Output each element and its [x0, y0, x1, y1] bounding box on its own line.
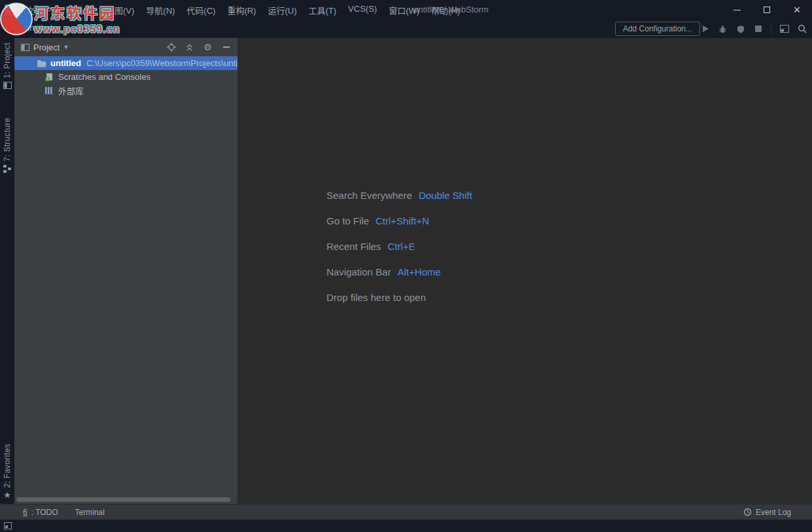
- project-panel-title[interactable]: Project: [33, 43, 60, 52]
- project-panel-header: Project ▼: [14, 38, 238, 56]
- tree-item-label: Scratches and Consoles: [58, 72, 150, 82]
- run-with-coverage-button[interactable]: [735, 22, 745, 35]
- window-controls: ×: [722, 0, 812, 20]
- hint-label: Search Everywhere: [327, 190, 412, 201]
- locate-file-button[interactable]: [166, 41, 176, 54]
- minus-icon: [223, 46, 230, 48]
- debug-button[interactable]: [718, 22, 728, 35]
- bug-icon: [718, 25, 727, 33]
- menu-edit[interactable]: 编辑(E): [60, 1, 100, 19]
- settings-button[interactable]: ⚙: [203, 41, 213, 54]
- hint-go-to-file: Go to File Ctrl+Shift+N: [327, 208, 472, 234]
- hint-shortcut: Ctrl+Shift+N: [376, 215, 429, 226]
- collapse-all-button[interactable]: [185, 41, 194, 54]
- webstorm-logo-icon: WS: [5, 5, 16, 16]
- run-button[interactable]: [700, 22, 710, 35]
- minimize-button[interactable]: [722, 0, 752, 20]
- menu-refactor[interactable]: 重构(R): [221, 1, 262, 19]
- library-icon: [44, 86, 54, 96]
- stripe-structure-button[interactable]: 7: Structure: [3, 113, 12, 177]
- stop-button[interactable]: [753, 22, 763, 35]
- hint-shortcut: Double Shift: [419, 190, 472, 201]
- project-panel-icon: [21, 44, 29, 51]
- tree-row-untitled[interactable]: untitled C:\Users\pc0359\WebstormProject…: [14, 56, 238, 70]
- horizontal-scrollbar[interactable]: [16, 497, 230, 502]
- window-title: untitled - WebStorm: [414, 0, 489, 20]
- crosshair-icon: [167, 43, 176, 52]
- maximize-icon: [764, 7, 770, 13]
- left-tool-stripe: 1: Project 7: Structure 2: Favorites ★: [0, 38, 14, 504]
- hint-recent-files: Recent Files Ctrl+E: [327, 234, 472, 259]
- project-toolwindow-icon: [3, 82, 12, 89]
- menu-tools[interactable]: 工具(T): [302, 1, 342, 19]
- stop-icon: [755, 26, 762, 32]
- todo-label: : TODO: [31, 508, 58, 517]
- tree-row-external-libraries[interactable]: 外部库: [14, 84, 238, 98]
- hide-panel-button[interactable]: [221, 41, 231, 54]
- toolwindow-layout-button[interactable]: [779, 22, 789, 35]
- menu-view[interactable]: 视图(V): [100, 1, 140, 19]
- status-bar: [0, 520, 812, 532]
- scratches-icon: [44, 72, 54, 82]
- hint-label: Drop files here to open: [327, 292, 426, 303]
- terminal-label: Terminal: [75, 508, 105, 517]
- hint-search-everywhere: Search Everywhere Double Shift: [327, 183, 472, 208]
- project-tree: untitled C:\Users\pc0359\WebstormProject…: [14, 56, 238, 98]
- menu-bar: 文件(F) 编辑(E) 视图(V) 导航(N) 代码(C) 重构(R) 运行(U…: [20, 1, 466, 19]
- todo-toolwindow-button[interactable]: 6: TODO: [14, 505, 67, 520]
- search-icon: [798, 24, 807, 33]
- event-log-button[interactable]: Event Log: [743, 505, 812, 520]
- webstorm-window: WS 文件(F) 编辑(E) 视图(V) 导航(N) 代码(C) 重构(R) 运…: [0, 0, 812, 532]
- stripe-favorites-label: 2: Favorites: [3, 444, 12, 488]
- event-log-label: Event Log: [756, 508, 791, 517]
- breadcrumb[interactable]: untitled: [25, 20, 52, 37]
- hint-shortcut: Alt+Home: [397, 266, 440, 277]
- star-icon: ★: [3, 491, 11, 499]
- tree-row-scratches[interactable]: Scratches and Consoles: [14, 70, 238, 84]
- stripe-project-button[interactable]: 1: Project: [3, 38, 12, 94]
- tree-item-label: untitled: [50, 58, 81, 68]
- toolbar-separator: [771, 24, 771, 34]
- hint-label: Recent Files: [327, 241, 381, 252]
- project-panel: Project ▼: [14, 38, 238, 504]
- tree-item-path: C:\Users\pc0359\WebstormProjects\untitle: [86, 58, 238, 68]
- editor-empty-hints: Search Everywhere Double Shift Go to Fil…: [327, 183, 472, 310]
- stripe-structure-label: 7: Structure: [3, 118, 12, 162]
- toolwindow-switcher-icon[interactable]: [4, 522, 12, 529]
- maximize-button[interactable]: [752, 0, 782, 20]
- structure-icon: [3, 165, 11, 173]
- folder-icon: [36, 58, 46, 69]
- terminal-toolwindow-button[interactable]: Terminal: [67, 505, 113, 520]
- gear-icon: ⚙: [203, 43, 212, 52]
- menu-run[interactable]: 运行(U): [262, 1, 302, 19]
- run-toolbar: [700, 20, 807, 38]
- menu-vcs[interactable]: VCS(S): [342, 1, 383, 19]
- hint-label: Go to File: [327, 215, 369, 226]
- hint-shortcut: Ctrl+E: [387, 241, 415, 252]
- bottom-toolwindow-bar: 6: TODO Terminal Event Log: [0, 504, 812, 520]
- close-icon: ×: [794, 4, 801, 16]
- stripe-project-label: 1: Project: [3, 43, 12, 79]
- menu-code[interactable]: 代码(C): [181, 1, 221, 19]
- coverage-shield-icon: [737, 25, 745, 33]
- event-log-icon: [743, 508, 752, 516]
- panel-header-actions: ⚙: [166, 41, 231, 54]
- menu-file[interactable]: 文件(F): [20, 1, 60, 19]
- play-icon: [701, 25, 709, 33]
- stripe-favorites-button[interactable]: 2: Favorites ★: [3, 439, 12, 505]
- chevron-down-icon[interactable]: ▼: [63, 44, 69, 50]
- titlebar: WS 文件(F) 编辑(E) 视图(V) 导航(N) 代码(C) 重构(R) 运…: [0, 0, 812, 20]
- add-configuration-button[interactable]: Add Configuration...: [615, 22, 700, 36]
- hint-label: Navigation Bar: [327, 266, 391, 277]
- hint-drop-files: Drop files here to open: [327, 285, 472, 310]
- collapse-all-icon: [185, 43, 194, 52]
- todo-mnemonic: 6: [23, 508, 27, 517]
- minimize-icon: [733, 10, 741, 10]
- tree-item-label: 外部库: [58, 84, 84, 97]
- hint-navigation-bar: Navigation Bar Alt+Home: [327, 259, 472, 285]
- menu-navigate[interactable]: 导航(N): [140, 1, 181, 19]
- main-toolbar: untitled Add Configuration...: [0, 20, 812, 38]
- layout-icon: [780, 25, 789, 33]
- close-button[interactable]: ×: [782, 0, 812, 20]
- search-everywhere-button[interactable]: [797, 22, 807, 35]
